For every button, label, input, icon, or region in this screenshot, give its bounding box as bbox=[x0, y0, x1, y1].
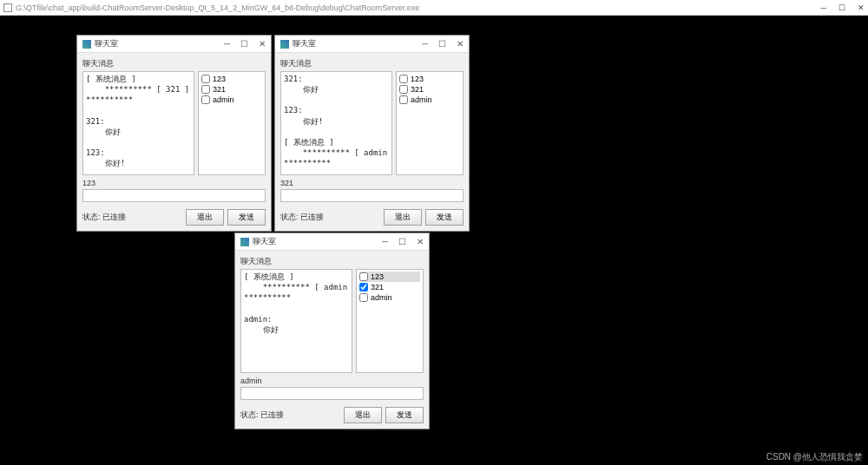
messages-label: 聊天消息 bbox=[240, 256, 424, 267]
connection-status: 状态: 已连接 bbox=[240, 409, 340, 421]
message-log: 321: 你好 123: 你好! [ 系统消息 ] ********** [ a… bbox=[280, 71, 392, 175]
connection-status: 状态: 已连接 bbox=[280, 212, 380, 223]
user-list: 123 321 admin bbox=[396, 71, 464, 175]
user-checkbox[interactable] bbox=[399, 75, 408, 83]
list-item[interactable]: admin bbox=[201, 95, 262, 105]
window-icon bbox=[240, 238, 249, 246]
user-checkbox[interactable] bbox=[359, 293, 368, 302]
window-title: 聊天室 bbox=[293, 38, 422, 49]
current-user: admin bbox=[240, 377, 424, 385]
user-checkbox[interactable] bbox=[359, 283, 368, 291]
app-icon bbox=[3, 3, 12, 12]
list-item[interactable]: admin bbox=[359, 292, 420, 303]
chat-window-321: 聊天室 ─ ☐ ✕ 聊天消息 321: 你好 123: 你好! [ 系统消息 ]… bbox=[274, 35, 470, 232]
current-user: 321 bbox=[280, 179, 464, 187]
app-title: G:\QTfile\chat_app\build-ChatRoomServer-… bbox=[16, 3, 821, 12]
workspace: 聊天室 ─ ☐ ✕ 聊天消息 [ 系统消息 ] ********** [ 321… bbox=[0, 16, 868, 465]
minimize-icon[interactable]: ─ bbox=[821, 3, 826, 12]
user-checkbox[interactable] bbox=[201, 85, 210, 94]
send-button[interactable]: 发送 bbox=[385, 407, 424, 423]
list-item[interactable]: admin bbox=[399, 95, 460, 105]
list-item[interactable]: 123 bbox=[359, 272, 420, 282]
list-item[interactable]: 321 bbox=[359, 282, 420, 292]
window-title: 聊天室 bbox=[95, 38, 224, 49]
minimize-icon[interactable]: ─ bbox=[382, 237, 388, 246]
user-checkbox[interactable] bbox=[201, 75, 210, 83]
send-button[interactable]: 发送 bbox=[425, 209, 464, 226]
window-titlebar[interactable]: 聊天室 ─ ☐ ✕ bbox=[77, 36, 271, 53]
logout-button[interactable]: 退出 bbox=[186, 209, 224, 226]
message-log: [ 系统消息 ] ********** [ 321 ] 进入聊天室 ******… bbox=[82, 71, 194, 175]
maximize-icon[interactable]: ☐ bbox=[438, 39, 446, 49]
list-item[interactable]: 123 bbox=[399, 74, 460, 84]
minimize-icon[interactable]: ─ bbox=[422, 39, 428, 49]
window-titlebar[interactable]: 聊天室 ─ ☐ ✕ bbox=[235, 233, 429, 251]
user-checkbox[interactable] bbox=[399, 85, 408, 94]
close-icon[interactable]: ✕ bbox=[417, 237, 424, 246]
minimize-icon[interactable]: ─ bbox=[224, 39, 230, 49]
message-input[interactable] bbox=[280, 189, 464, 202]
message-input[interactable] bbox=[240, 387, 424, 400]
message-log: [ 系统消息 ] ********** [ admin ] 进入聊天室 ****… bbox=[240, 269, 352, 373]
app-titlebar: G:\QTfile\chat_app\build-ChatRoomServer-… bbox=[0, 0, 868, 16]
close-icon[interactable]: ✕ bbox=[457, 39, 464, 49]
maximize-icon[interactable]: ☐ bbox=[838, 3, 845, 12]
maximize-icon[interactable]: ☐ bbox=[398, 237, 406, 246]
current-user: 123 bbox=[82, 179, 266, 187]
send-button[interactable]: 发送 bbox=[227, 209, 266, 226]
user-checkbox[interactable] bbox=[201, 95, 210, 104]
window-icon bbox=[280, 40, 289, 49]
logout-button[interactable]: 退出 bbox=[384, 209, 422, 226]
watermark: CSDN @他人恐惧我贪婪 bbox=[766, 451, 863, 463]
messages-label: 聊天消息 bbox=[82, 58, 266, 69]
user-checkbox[interactable] bbox=[399, 95, 408, 104]
window-titlebar[interactable]: 聊天室 ─ ☐ ✕ bbox=[275, 36, 469, 53]
list-item[interactable]: 321 bbox=[201, 84, 262, 95]
close-icon[interactable]: ✕ bbox=[858, 3, 865, 12]
chat-window-admin: 聊天室 ─ ☐ ✕ 聊天消息 [ 系统消息 ] ********** [ adm… bbox=[234, 232, 430, 429]
message-input[interactable] bbox=[82, 189, 266, 202]
close-icon[interactable]: ✕ bbox=[259, 39, 266, 49]
maximize-icon[interactable]: ☐ bbox=[240, 39, 248, 49]
messages-label: 聊天消息 bbox=[280, 58, 464, 69]
list-item[interactable]: 123 bbox=[201, 74, 262, 84]
user-list: 123 321 admin bbox=[356, 269, 424, 373]
logout-button[interactable]: 退出 bbox=[344, 407, 382, 423]
user-checkbox[interactable] bbox=[359, 272, 368, 281]
window-icon bbox=[82, 40, 91, 49]
connection-status: 状态: 已连接 bbox=[82, 212, 182, 223]
window-title: 聊天室 bbox=[253, 236, 382, 247]
list-item[interactable]: 321 bbox=[399, 84, 460, 95]
chat-window-123: 聊天室 ─ ☐ ✕ 聊天消息 [ 系统消息 ] ********** [ 321… bbox=[76, 35, 272, 232]
user-list: 123 321 admin bbox=[198, 71, 266, 175]
